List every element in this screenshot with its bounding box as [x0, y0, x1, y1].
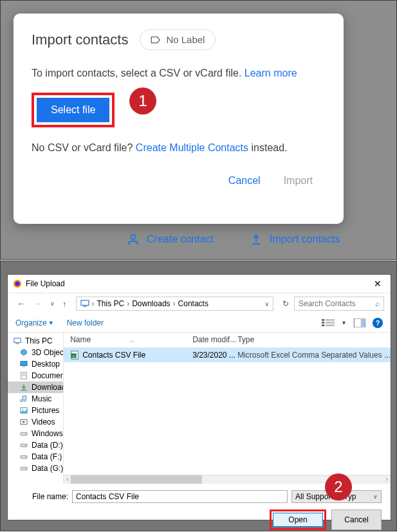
file-list: Name︿ Date modif... Type x Contacts CSV … — [64, 333, 391, 484]
learn-more-link[interactable]: Learn more — [245, 68, 297, 78]
view-dropdown-icon[interactable]: ▼ — [341, 320, 347, 326]
downloads-icon — [19, 383, 28, 391]
desktop-icon — [19, 360, 28, 368]
tree-item-music[interactable]: Music — [8, 393, 63, 405]
tree-item-3d-objects[interactable]: 3D Objects — [8, 347, 63, 358]
import-button: Import — [284, 175, 313, 187]
no-label-text: No Label — [166, 34, 205, 45]
music-icon — [19, 395, 28, 403]
tree-item-pictures[interactable]: Pictures — [8, 405, 63, 416]
bg-actions: Create contact Import contacts — [126, 232, 340, 246]
svg-point-0 — [131, 235, 135, 239]
chevron-down-icon: ∨ — [373, 493, 378, 500]
help-icon[interactable]: ? — [373, 318, 383, 328]
svg-point-24 — [26, 434, 26, 434]
import-contacts-dialog: Import contacts No Label To import conta… — [14, 14, 344, 224]
file-row[interactable]: x Contacts CSV File 3/23/2020 ... Micros… — [64, 348, 391, 362]
file-dialog-nav: ← → ∨ ↑ › This PC › Downloads › Contacts… — [8, 293, 391, 314]
sort-indicator-icon: ︿ — [129, 337, 135, 344]
up-button[interactable]: ↑ — [60, 298, 69, 310]
no-csv-text: No CSV or vCard file? Create Multiple Co… — [32, 140, 326, 156]
forward-button[interactable]: → — [31, 297, 45, 310]
import-contacts-button[interactable]: Import contacts — [249, 232, 340, 246]
path-segment[interactable]: Downloads — [132, 299, 170, 308]
organize-dropdown-icon[interactable]: ▼ — [48, 320, 54, 326]
svg-rect-4 — [83, 306, 86, 307]
tree-item-data-f-[interactable]: Data (F:) — [8, 451, 63, 463]
label-icon — [151, 36, 161, 44]
videos-icon — [19, 418, 28, 426]
svg-rect-5 — [322, 319, 324, 321]
file-dialog-toolbar: Organize ▼ New folder ▼ ? — [8, 314, 391, 333]
tree-item-this-pc[interactable]: This PC — [8, 335, 63, 347]
tree-item-videos[interactable]: Videos — [8, 416, 63, 428]
svg-rect-14 — [15, 343, 19, 344]
search-icon: ⌕ — [375, 299, 380, 308]
open-button[interactable]: Open — [273, 513, 323, 527]
new-folder-button[interactable]: New folder — [67, 318, 104, 327]
svg-rect-12 — [361, 318, 365, 327]
3d-icon — [19, 349, 28, 356]
upload-icon — [249, 232, 263, 246]
organize-menu[interactable]: Organize — [15, 318, 47, 327]
tree-item-documents[interactable]: Documents — [8, 370, 63, 381]
preview-pane-icon[interactable] — [353, 318, 366, 327]
view-list-icon[interactable] — [322, 318, 335, 327]
select-file-highlight: Select file — [32, 93, 115, 127]
svg-text:x: x — [73, 354, 75, 358]
svg-rect-13 — [14, 338, 21, 343]
person-icon — [126, 232, 140, 246]
svg-point-21 — [22, 408, 24, 410]
firefox-icon — [13, 279, 22, 288]
cancel-button[interactable]: Cancel — [331, 509, 382, 530]
search-input[interactable] — [299, 299, 373, 308]
dialog-title: Import contacts — [32, 32, 128, 48]
svg-point-30 — [26, 468, 26, 469]
path-segment[interactable]: This PC — [97, 299, 125, 308]
path-dropdown-icon[interactable]: ∨ — [264, 300, 269, 307]
tree-item-desktop[interactable]: Desktop — [8, 358, 63, 370]
file-date: 3/23/2020 ... — [192, 351, 237, 360]
drive-icon — [19, 464, 28, 472]
drive-icon — [19, 453, 28, 461]
step-badge-1: 1 — [129, 87, 156, 115]
back-button[interactable]: ← — [14, 297, 28, 310]
svg-rect-16 — [23, 366, 24, 367]
recent-dropdown[interactable]: ∨ — [48, 299, 57, 308]
svg-rect-9 — [322, 325, 324, 327]
tree-item-data-d-[interactable]: Data (D:) — [8, 439, 63, 451]
refresh-button[interactable]: ↻ — [280, 298, 291, 309]
filename-input[interactable] — [72, 490, 288, 503]
no-label-chip[interactable]: No Label — [140, 29, 216, 50]
tree-item-windows-c-[interactable]: Windows (C:) — [8, 428, 63, 439]
filename-label: File name: — [17, 492, 68, 501]
close-icon[interactable]: ✕ — [370, 279, 385, 289]
column-headers[interactable]: Name︿ Date modif... Type — [64, 333, 391, 348]
file-type: Microsoft Excel Comma Separated Values .… — [237, 351, 391, 360]
svg-point-2 — [15, 282, 20, 286]
create-multiple-link[interactable]: Create Multiple Contacts — [136, 142, 248, 153]
cancel-button[interactable]: Cancel — [228, 175, 261, 187]
scrollbar-thumb[interactable] — [71, 475, 201, 484]
file-dialog-title: File Upload — [26, 279, 370, 288]
create-contact-button[interactable]: Create contact — [126, 232, 214, 246]
search-box[interactable]: ⌕ — [294, 297, 384, 311]
select-file-button[interactable]: Select file — [37, 98, 109, 122]
file-upload-screen-bg: File Upload ✕ ← → ∨ ↑ › This PC › Downlo… — [0, 261, 397, 531]
svg-rect-3 — [81, 300, 89, 306]
svg-rect-6 — [326, 319, 335, 321]
instruction-text: To import contacts, select a CSV or vCar… — [32, 66, 326, 81]
drive-icon — [19, 430, 28, 437]
path-segment[interactable]: Contacts — [178, 299, 208, 308]
svg-rect-10 — [326, 325, 335, 327]
svg-point-26 — [26, 445, 26, 446]
path-bar[interactable]: › This PC › Downloads › Contacts ∨ — [76, 297, 274, 311]
svg-rect-8 — [326, 322, 335, 324]
svg-rect-15 — [21, 362, 27, 366]
tree-item-downloads[interactable]: Downloads — [8, 381, 63, 393]
tree-item-data-g-[interactable]: Data (G:) — [8, 463, 63, 474]
folder-tree[interactable]: This PC3D ObjectsDesktopDocumentsDownloa… — [8, 333, 64, 484]
pc-icon — [80, 300, 89, 307]
file-name: Contacts CSV File — [82, 351, 145, 360]
svg-rect-7 — [322, 322, 324, 324]
